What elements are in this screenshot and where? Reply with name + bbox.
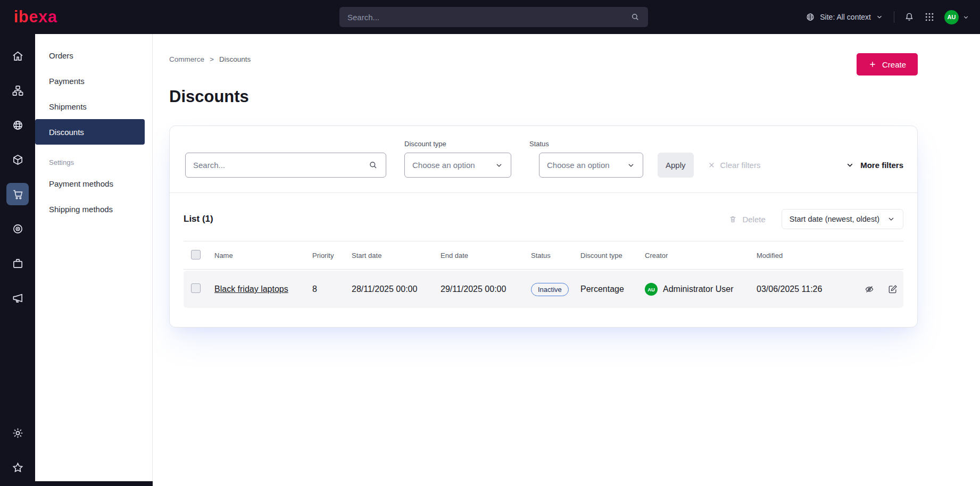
status-select[interactable]: Choose an option	[539, 153, 643, 178]
chevron-down-icon	[876, 13, 883, 21]
rail-item-megaphone-icon[interactable]	[6, 287, 29, 309]
chevron-down-icon	[627, 161, 635, 170]
list-title: List (1)	[184, 214, 213, 224]
status-label: Status	[529, 140, 643, 148]
rail-item-briefcase-icon[interactable]	[6, 252, 29, 274]
column-header-creator: Creator	[645, 252, 757, 259]
status-value: Choose an option	[547, 161, 610, 170]
more-filters-label: More filters	[860, 161, 903, 170]
status-filter: Status Choose an option	[529, 140, 643, 178]
sidebar-section-settings: Settings	[49, 158, 152, 166]
column-header-end-date: End date	[441, 252, 531, 259]
select-all-checkbox[interactable]	[191, 250, 201, 259]
trash-icon	[728, 215, 737, 224]
cell-modified: 03/06/2025 11:26	[757, 284, 843, 294]
global-search	[339, 7, 648, 27]
discount-type-value: Choose an option	[412, 161, 475, 170]
column-header-status: Status	[531, 252, 580, 259]
site-context-selector[interactable]: Site: All context	[805, 12, 883, 22]
chevron-down-icon	[962, 14, 969, 21]
rail-item-target-icon[interactable]	[6, 217, 29, 240]
breadcrumb-discounts[interactable]: Discounts	[219, 55, 251, 63]
ibexa-logo[interactable]: ibexa	[14, 7, 57, 27]
global-search-input[interactable]	[347, 13, 630, 22]
user-avatar: AU	[944, 10, 959, 24]
table-row: Black friday laptops 8 28/11/2025 00:00 …	[184, 271, 903, 308]
rail-item-globe-icon[interactable]	[6, 114, 29, 136]
search-icon[interactable]	[630, 12, 640, 22]
page-title: Discounts	[169, 87, 918, 106]
topbar-right: Site: All context AU	[805, 10, 969, 24]
discount-type-label: Discount type	[404, 140, 511, 148]
rail-item-home-icon[interactable]	[6, 45, 29, 67]
sidebar-item-orders[interactable]: Orders	[35, 43, 152, 68]
delete-button-label: Delete	[742, 215, 765, 224]
filter-search	[185, 153, 386, 178]
discounts-card: Discount type Choose an option Status Ch…	[169, 125, 918, 328]
cell-priority: 8	[312, 284, 352, 294]
sidebar-item-shipments[interactable]: Shipments	[35, 94, 152, 119]
discount-type-filter: Discount type Choose an option	[404, 140, 511, 178]
filters-bar: Discount type Choose an option Status Ch…	[170, 126, 917, 192]
creator-avatar: AU	[645, 283, 658, 296]
site-context-label: Site: All context	[820, 13, 871, 21]
column-header-start-date: Start date	[352, 252, 441, 259]
creator-name: Administrator User	[663, 284, 733, 294]
column-header-modified: Modified	[757, 252, 843, 259]
row-checkbox[interactable]	[191, 283, 201, 293]
sidebar-item-shipping-methods[interactable]: Shipping methods	[35, 196, 152, 222]
chevron-down-icon	[495, 161, 503, 170]
status-badge: Inactive	[531, 283, 569, 296]
filter-search-input[interactable]	[193, 161, 368, 170]
plus-icon	[868, 60, 877, 69]
viewport-bottom-edge	[0, 481, 153, 486]
main-content: Commerce > Discounts Create Discounts Di…	[153, 34, 980, 486]
cell-start-date: 28/11/2025 00:00	[352, 284, 441, 294]
chevron-down-icon	[845, 161, 854, 170]
chevron-down-icon	[887, 215, 895, 223]
breadcrumb: Commerce > Discounts	[169, 55, 251, 63]
clear-filters-button[interactable]: Clear filters	[708, 153, 761, 178]
deactivate-eye-slash-icon[interactable]	[864, 284, 875, 295]
discount-name-link[interactable]: Black friday laptops	[214, 284, 312, 294]
row-actions	[843, 284, 903, 295]
delete-button[interactable]: Delete	[728, 215, 765, 224]
topbar: ibexa Site: All context AU	[0, 0, 980, 34]
user-menu[interactable]: AU	[944, 10, 969, 24]
column-header-discount-type: Discount type	[580, 252, 645, 259]
column-header-name: Name	[214, 252, 312, 259]
apps-grid-icon[interactable]	[924, 12, 935, 22]
clear-filters-label: Clear filters	[720, 161, 761, 170]
commerce-sidebar: Orders Payments Shipments Discounts Sett…	[35, 34, 153, 486]
sidebar-item-payment-methods[interactable]: Payment methods	[35, 171, 152, 196]
cell-discount-type: Percentage	[580, 284, 645, 294]
topbar-divider	[894, 11, 894, 23]
sort-dropdown[interactable]: Start date (newest, oldest)	[782, 209, 903, 229]
rail-item-product-catalog-icon[interactable]	[6, 148, 29, 171]
search-icon[interactable]	[368, 160, 378, 170]
rail-item-settings-gear-icon[interactable]	[6, 422, 29, 444]
create-button[interactable]: Create	[857, 53, 918, 76]
cell-end-date: 29/11/2025 00:00	[441, 284, 531, 294]
breadcrumb-commerce[interactable]: Commerce	[169, 55, 204, 63]
breadcrumb-separator: >	[210, 55, 214, 63]
main-header: Commerce > Discounts Create	[169, 53, 918, 76]
list-actions: Delete Start date (newest, oldest)	[728, 209, 903, 229]
notifications-bell-icon[interactable]	[904, 12, 915, 22]
icon-rail	[0, 34, 35, 486]
discount-type-select[interactable]: Choose an option	[404, 153, 511, 178]
clear-x-icon	[708, 161, 716, 169]
list-header: List (1) Delete Start date (newest, olde…	[170, 193, 917, 241]
column-header-priority: Priority	[312, 252, 352, 259]
rail-item-bookmarks-star-icon[interactable]	[6, 456, 29, 479]
rail-item-site-structure-icon[interactable]	[6, 79, 29, 102]
apply-button[interactable]: Apply	[658, 153, 694, 178]
sidebar-item-payments[interactable]: Payments	[35, 68, 152, 94]
edit-icon[interactable]	[887, 284, 898, 295]
discounts-table: Name Priority Start date End date Status…	[184, 241, 903, 308]
rail-item-commerce-cart-icon[interactable]	[6, 183, 29, 205]
sidebar-item-discounts[interactable]: Discounts	[35, 119, 145, 145]
globe-icon	[805, 12, 815, 22]
more-filters-button[interactable]: More filters	[845, 153, 903, 178]
sort-dropdown-label: Start date (newest, oldest)	[790, 215, 879, 223]
